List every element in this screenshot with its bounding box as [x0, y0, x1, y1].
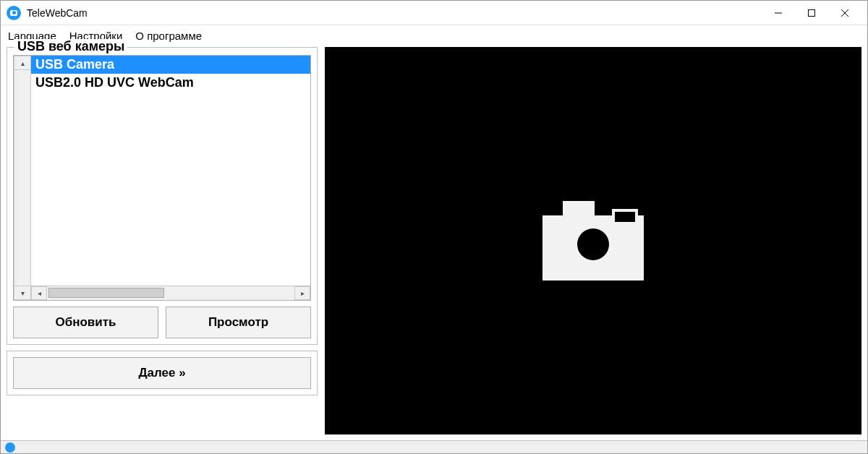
- statusbar: [1, 440, 867, 453]
- scroll-left-button[interactable]: ◂: [31, 286, 47, 300]
- list-item[interactable]: USB2.0 HD UVC WebCam: [31, 74, 310, 92]
- status-icon: [5, 442, 15, 453]
- titlebar: TeleWebCam: [1, 1, 867, 25]
- svg-rect-1: [809, 9, 815, 16]
- menubar: Language Настройки О программе: [1, 25, 867, 46]
- maximize-button[interactable]: [795, 2, 828, 24]
- scroll-track[interactable]: [14, 70, 31, 286]
- content-area: USB веб камеры ▴ ▾ USB Camera USB2.0 HD …: [1, 46, 867, 440]
- refresh-button[interactable]: Обновить: [13, 307, 158, 338]
- hscroll-thumb[interactable]: [48, 288, 164, 298]
- vertical-scrollbar[interactable]: ▴ ▾: [14, 56, 31, 300]
- preview-panel: [325, 47, 861, 434]
- next-button[interactable]: Далее »: [13, 357, 311, 389]
- hscroll-track[interactable]: [47, 286, 294, 300]
- app-icon: [7, 6, 21, 20]
- window-title: TeleWebCam: [27, 7, 88, 19]
- scroll-right-button[interactable]: ▸: [294, 286, 310, 300]
- camera-icon: [542, 201, 644, 280]
- window-controls: [762, 2, 861, 24]
- groupbox-title: USB веб камеры: [14, 39, 127, 54]
- list-area: USB Camera USB2.0 HD UVC WebCam ◂ ▸: [31, 56, 310, 300]
- preview-button[interactable]: Просмотр: [166, 307, 311, 338]
- camera-listbox[interactable]: ▴ ▾ USB Camera USB2.0 HD UVC WebCam ◂ ▸: [13, 55, 311, 301]
- close-button[interactable]: [828, 2, 861, 24]
- scroll-up-button[interactable]: ▴: [14, 56, 31, 70]
- menu-about[interactable]: О программе: [135, 30, 202, 42]
- list-item[interactable]: USB Camera: [31, 56, 310, 74]
- left-column: USB веб камеры ▴ ▾ USB Camera USB2.0 HD …: [7, 47, 318, 434]
- scroll-down-button[interactable]: ▾: [14, 286, 31, 300]
- minimize-button[interactable]: [762, 2, 795, 24]
- next-groupbox: Далее »: [7, 351, 318, 395]
- camera-groupbox: USB веб камеры ▴ ▾ USB Camera USB2.0 HD …: [7, 47, 318, 345]
- horizontal-scrollbar[interactable]: ◂ ▸: [31, 286, 310, 300]
